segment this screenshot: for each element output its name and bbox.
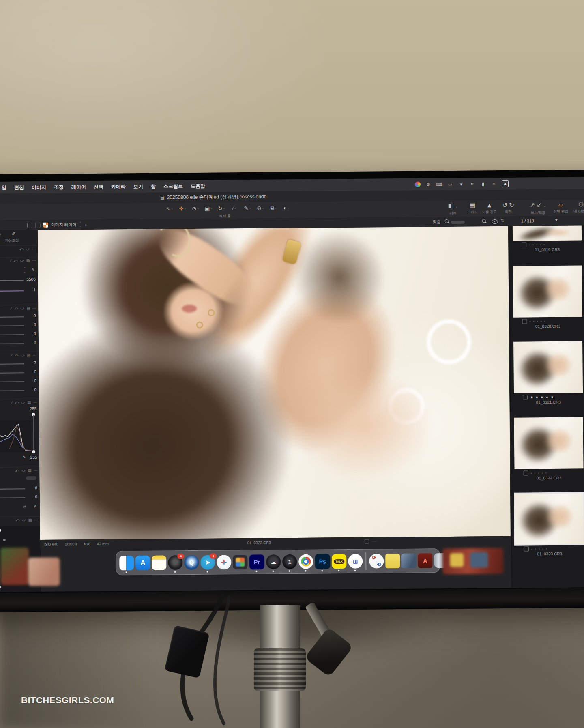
menu-item-layer[interactable]: 레이어 [71,183,86,190]
filmstrip-item[interactable]: ★ ★ ★ ★ ★ 01_0321.CR3 [513,341,583,404]
filmstrip-item[interactable]: • • • • • 01_0322.CR3 [514,417,584,480]
browser-zoom-icon[interactable] [482,219,487,224]
grid-button[interactable]: ▦ 그리드 [467,201,478,215]
menu-item-file[interactable]: 일 [2,184,6,191]
thumbnail-0321[interactable] [513,341,583,393]
versions-button[interactable]: ◧ ⌄ 버전 [448,202,458,216]
dock-stickies-icon[interactable] [385,554,400,568]
pan-tool[interactable]: ✛⌄ [177,204,188,213]
dock-telegram-icon[interactable]: ➤1 [200,555,215,570]
levels-picker-icon[interactable]: ✎ [23,455,26,459]
bluetooth-icon[interactable]: ∗ [458,181,464,187]
highlight-slider[interactable] [0,363,24,364]
clarity-mode-pill[interactable] [26,476,36,480]
view-mode-icon[interactable] [27,223,32,228]
wb-grid-icon[interactable]: ▤ [26,258,30,263]
thumb-rating[interactable]: • • • • • [529,243,545,247]
exp-more-icon[interactable]: ⋯ [32,306,36,311]
thumb-rating[interactable]: • • • • • [531,547,548,551]
dock-chrome-icon[interactable] [298,554,313,569]
wb-picker-icon[interactable]: ✎ [32,268,35,272]
thumb-rating[interactable]: • • • • • [531,471,548,475]
brightness-slider[interactable] [0,334,24,335]
menu-item-help[interactable]: 도움말 [191,183,205,189]
dock-capture-one-icon[interactable]: 1 [282,554,297,569]
cv-more-icon[interactable]: ⋯ [34,518,38,522]
layers-dropdown-chevrons[interactable]: ⌃⌄ [79,221,82,228]
rotate-tool[interactable]: ↻⌄ [216,204,227,213]
thumb-rating-stars[interactable]: ★ ★ ★ ★ ★ [530,395,554,399]
shadow-slider[interactable] [0,372,24,373]
saturation-slider[interactable] [0,343,24,344]
dock-sync-app-icon[interactable]: ⟳⟲ [369,554,384,568]
exposure-warning-button[interactable]: ▲ 노출 경고 [482,201,497,215]
exp-slash-icon[interactable]: ∕ [11,306,12,311]
hdr-grid-icon[interactable]: ▤ [27,353,31,358]
thumb-checkbox[interactable] [524,546,529,551]
levels-low-handle[interactable] [32,450,35,453]
wb-mode-chevrons[interactable]: ⌃⌄ [24,267,26,273]
heal-tool[interactable]: ◐⌄ [281,203,292,212]
filmstrip-item[interactable]: • • • • • 01_0319.CR3 [513,225,582,252]
menu-item-image[interactable]: 이미지 [32,184,46,191]
hdr-more-icon[interactable]: ⋯ [33,353,36,358]
dock-safari-icon[interactable] [217,555,231,569]
my-capture-button[interactable]: ⚇ 내 Captur [573,200,584,214]
eraser-tool[interactable]: ⊘⌄ [255,203,266,212]
wb-more-icon[interactable]: ⋯ [32,258,36,263]
add-layer-button[interactable]: + [84,222,87,227]
kelvin-slider[interactable] [0,280,24,281]
lev-redo-icon[interactable]: ⤻ [21,400,25,405]
zoom-magnifier-icon[interactable] [445,219,465,225]
auto-adjust-icon[interactable]: ✐ [12,231,16,236]
display-icon[interactable]: ▭ [447,181,453,187]
wb-redo-icon[interactable]: ⤻ [20,258,24,263]
dock-camera-app-icon[interactable]: 4 [168,555,182,570]
dock-app-folder-icon[interactable] [233,555,247,569]
wb-slash-icon[interactable]: ∕ [11,258,11,263]
menu-item-select[interactable]: 선택 [94,183,103,190]
lev-undo-icon[interactable]: ⤺ [15,400,19,405]
dock-premiere-icon[interactable]: Pr [249,554,264,570]
cl-grid-icon[interactable]: ▤ [28,468,32,473]
brush-tool[interactable]: ✎⌄ [242,204,253,213]
wb-undo-icon[interactable]: ⤺ [14,258,18,263]
rotate-buttons[interactable]: ↺ ↻ 회전 [502,201,514,215]
dock-finder-icon[interactable] [119,556,134,570]
clarity-swap-icon[interactable]: ⇄ [23,505,26,509]
dock-notes-icon[interactable] [152,555,166,570]
dock-file-thumbnail[interactable] [402,554,416,568]
cv-grid-icon[interactable]: ▤ [28,518,32,522]
cl-undo-icon[interactable]: ⤺ [15,468,19,473]
battery-icon[interactable]: ▮ [480,180,486,187]
thumbnail-0323-selected[interactable] [515,493,584,545]
filmstrip-item-selected[interactable]: • • • • • 01_0323.CR3 [515,493,584,556]
filmstrip-item[interactable]: • • • • • 01_0320.CR3 [513,265,582,329]
dock-adobe-file-icon[interactable]: A [418,553,432,568]
select-tool[interactable]: ↖⌄ [164,204,175,213]
crop-tool[interactable]: ▣⌄ [203,204,214,213]
auto-adjust-label[interactable]: 자동조정 [5,238,19,243]
black-slider[interactable] [0,390,24,391]
exp-redo-icon[interactable]: ⤻ [20,306,24,311]
exp-undo-icon[interactable]: ⤺ [14,306,18,311]
loupe-tool[interactable]: ⊙⌄ [190,204,201,213]
style-brush-icon[interactable]: ✎ [0,231,1,237]
cl-more-icon[interactable]: ⋯ [34,468,37,473]
dock-w-app-icon[interactable]: ш [348,554,363,569]
undo-icon[interactable]: ⤺ [19,247,24,251]
hdr-slash-icon[interactable]: ∕ [11,353,12,358]
cv-redo-icon[interactable]: ⤻ [22,518,26,522]
fit-label[interactable]: 맞춤 [433,219,441,225]
clone-tool[interactable]: ⧉⌄ [268,203,279,212]
menu-item-adjust[interactable]: 조정 [54,184,64,191]
thumb-rating[interactable]: • • • • • [530,320,546,323]
redo-icon[interactable]: ⤻ [26,247,30,251]
thumbnail-0320[interactable] [513,265,582,317]
contrast-slider[interactable] [0,325,24,326]
dock-kakaotalk-icon[interactable]: TALK [332,554,346,569]
keyboard-icon[interactable]: ⌨ [436,181,442,187]
hdr-redo-icon[interactable]: ⤻ [21,353,25,358]
viewer-rating-dots[interactable]: ······ [371,539,378,543]
structure-slider[interactable] [0,497,25,498]
